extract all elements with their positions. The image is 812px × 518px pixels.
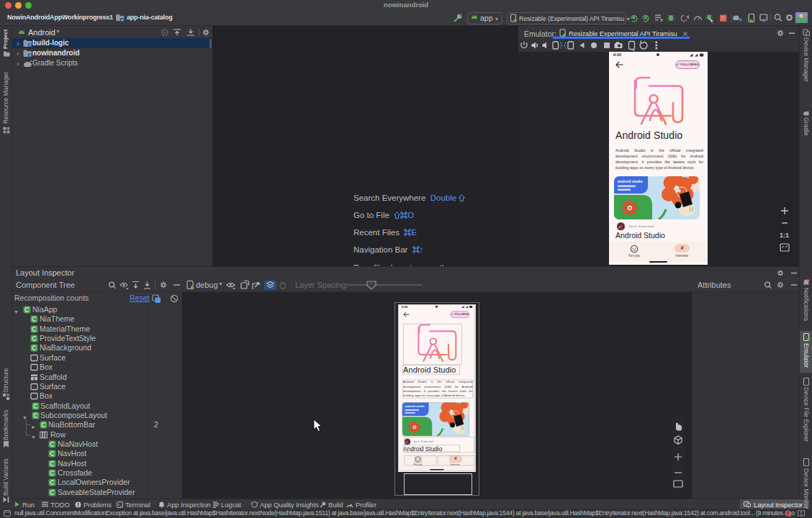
svg-text:1:1: 1:1: [780, 232, 789, 239]
svg-text:android studio: android studio: [618, 179, 643, 183]
